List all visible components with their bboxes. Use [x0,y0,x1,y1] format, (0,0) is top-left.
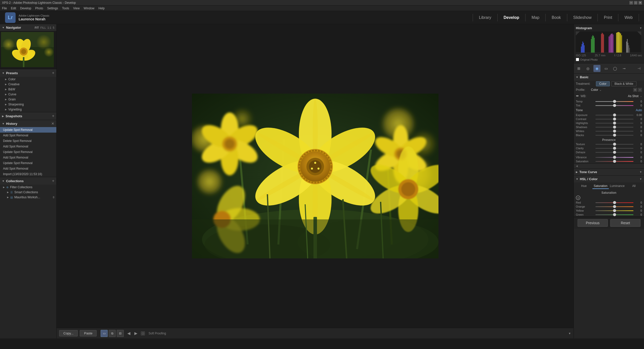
nav-slideshow[interactable]: Slideshow [567,14,598,21]
clarity-slider-track[interactable] [595,148,633,149]
yellow-saturation-thumb[interactable] [613,209,616,212]
presets-add-button[interactable]: + [52,71,54,75]
navigator-header[interactable]: ▼ Navigator FIT FILL 1:1 5 [0,24,56,31]
previous-button[interactable]: Previous [578,219,608,227]
red-saturation-track[interactable] [595,202,633,203]
nav-zoom2[interactable]: 5 [53,26,54,29]
red-saturation-thumb[interactable] [613,201,616,204]
profile-dropdown-arrow[interactable]: ⌄ [599,88,602,92]
exposure-slider-thumb[interactable] [613,113,616,117]
panel-left-arrow[interactable]: ◀ [574,164,644,169]
nav-web[interactable]: Web [618,14,639,21]
nav-fill[interactable]: FILL [41,26,46,29]
history-item-6[interactable]: Update Spot Removal [0,160,56,166]
history-item-7[interactable]: Add Spot Removal [0,166,56,171]
reset-button[interactable]: Reset [610,219,640,227]
contrast-slider-thumb[interactable] [613,118,616,121]
blacks-slider-track[interactable] [595,135,633,136]
color-treatment-button[interactable]: Color [596,81,610,86]
bw-treatment-button[interactable]: Black & White [611,81,637,86]
navigator-thumbnail[interactable] [0,31,56,69]
survey-view-button[interactable]: ⊟ [117,330,124,337]
menu-file[interactable]: File [2,7,7,10]
dehaze-slider-thumb[interactable] [613,151,616,154]
history-clear-button[interactable]: ✕ [51,122,54,126]
mask-tool[interactable]: ⊣ [635,65,642,72]
copy-button[interactable]: Copy... [59,330,78,336]
minimize-button[interactable]: ─ [629,1,633,5]
vibrance-slider-thumb[interactable] [613,156,616,159]
history-item-8[interactable]: Import (13/03/2020 11:53:16) [0,171,56,177]
nav-fit[interactable]: FIT [35,26,39,29]
collections-header[interactable]: ▼ Collections + [0,177,56,185]
preset-bw[interactable]: ▶ B&W [0,87,56,92]
history-item-0[interactable]: Update Spot Removal [0,127,56,133]
whites-slider-thumb[interactable] [613,130,616,133]
history-item-1[interactable]: Add Spot Removal [0,133,56,138]
histogram-expand-icon[interactable]: ▼ [639,27,642,29]
preset-creative[interactable]: ▶ Creative [0,82,56,87]
hsl-tab-saturation[interactable]: Saturation [592,183,609,189]
original-photo-checkbox[interactable] [576,58,579,61]
tint-slider-thumb[interactable] [613,104,616,107]
profile-grid-icon-1[interactable]: ⊞ [633,88,637,92]
temp-slider-track[interactable] [595,101,633,102]
texture-slider-thumb[interactable] [613,143,616,146]
tint-slider-track[interactable] [595,105,633,106]
history-header[interactable]: ▼ History ✕ [0,120,56,127]
clarity-slider-thumb[interactable] [613,147,616,150]
vibrance-slider-track[interactable] [595,157,633,158]
history-item-3[interactable]: Add Spot Removal [0,144,56,149]
menu-window[interactable]: Window [84,7,95,10]
basic-header[interactable]: ▼ Basic [574,74,644,81]
nav-develop[interactable]: Develop [498,14,526,21]
hsl-header[interactable]: ▼ HSL / Color ▼ [574,176,644,182]
orange-saturation-track[interactable] [595,206,633,207]
nav-print[interactable]: Print [598,14,618,21]
saturation-slider-track[interactable] [595,161,633,162]
hsl-tab-hue[interactable]: Hue [576,183,592,189]
yellow-saturation-track[interactable] [595,210,633,211]
exposure-slider-track[interactable] [595,115,633,115]
orange-saturation-thumb[interactable] [613,205,616,208]
tone-curve-expand[interactable]: ▼ [639,171,642,173]
paste-button[interactable]: Paste [80,330,97,336]
contrast-slider-track[interactable] [595,119,633,120]
snapshots-add-button[interactable]: + [52,114,54,118]
hsl-tab-all[interactable]: All [626,183,642,189]
gradient-tool[interactable]: ▭ [602,65,610,72]
profile-grid-icon-2[interactable]: ≡ [638,88,642,92]
crop-tool[interactable]: ⊞ [575,65,582,72]
preset-curve[interactable]: ▶ Curve [0,92,56,97]
menu-help[interactable]: Help [98,7,105,10]
close-button[interactable]: ✕ [638,1,642,5]
whites-slider-track[interactable] [595,131,633,132]
presets-header[interactable]: ▼ Presets + [0,69,56,77]
collection-filter[interactable]: ▶ ⊕ Filter Collections [0,185,56,190]
highlights-slider-track[interactable] [595,123,633,124]
dehaze-slider-track[interactable] [595,152,633,153]
next-arrow-button[interactable]: ▶ [133,330,139,336]
history-item-4[interactable]: Update Spot Removal [0,149,56,155]
photo-container[interactable] [57,24,574,328]
preset-grain[interactable]: ▶ Grain [0,97,56,102]
collections-add-button[interactable]: + [52,179,54,183]
highlights-slider-thumb[interactable] [613,122,616,125]
hsl-expand[interactable]: ▼ [639,178,642,180]
radial-tool[interactable]: ◯ [612,65,619,72]
texture-slider-track[interactable] [595,144,633,145]
collection-mauritius[interactable]: ▶ ▤ Mauritius Worksh... 8 [0,195,56,200]
menu-view[interactable]: View [73,7,80,10]
loupe-view-button[interactable]: ▭ [101,330,108,337]
temp-slider-thumb[interactable] [613,100,616,103]
preset-vignetting[interactable]: ▶ Vignetting [0,107,56,112]
red-eye-tool[interactable]: ◉ [593,65,600,72]
shadows-slider-track[interactable] [595,127,633,128]
history-item-2[interactable]: Delete Spot Removal [0,138,56,144]
nav-book[interactable]: Book [546,14,567,21]
menu-photo[interactable]: Photo [35,7,43,10]
hsl-target-icon[interactable]: ⊕ [576,196,580,200]
blacks-slider-thumb[interactable] [613,134,616,137]
prev-arrow-button[interactable]: ◀ [126,330,132,336]
preset-sharpening[interactable]: ▶ Sharpening [0,102,56,107]
